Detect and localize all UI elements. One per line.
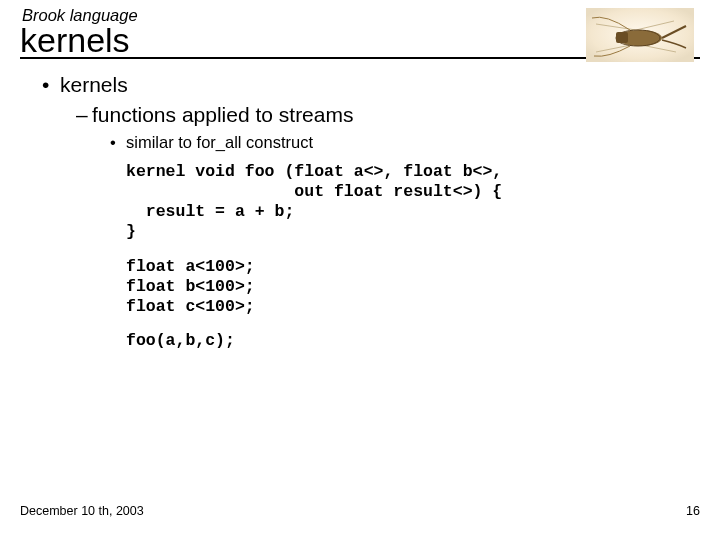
bullet-text: kernels [60,73,128,96]
svg-rect-3 [616,32,628,43]
bullet-level-1: •kernels [42,73,700,97]
bullet-marker: • [110,133,126,152]
bullet-marker: • [42,73,60,97]
dash-marker: – [76,103,92,127]
bullet-level-3: •similar to for_all construct [110,133,700,152]
slide: Brook language kernels [0,0,720,540]
footer-date: December 10 th, 2003 [20,504,144,518]
fly-logo-image [586,8,694,62]
code-block-kernel-def: kernel void foo (float a<>, float b<>, o… [126,162,700,243]
code-block-declarations: float a<100>; float b<100>; float c<100>… [126,257,700,317]
footer-page-number: 16 [686,504,700,518]
bullet-text: similar to for_all construct [126,133,313,151]
heading-block: Brook language kernels [20,6,700,59]
content-body: •kernels –functions applied to streams •… [42,73,700,351]
code-block-call: foo(a,b,c); [126,331,700,351]
bullet-level-2: –functions applied to streams [76,103,700,127]
bullet-text: functions applied to streams [92,103,353,126]
